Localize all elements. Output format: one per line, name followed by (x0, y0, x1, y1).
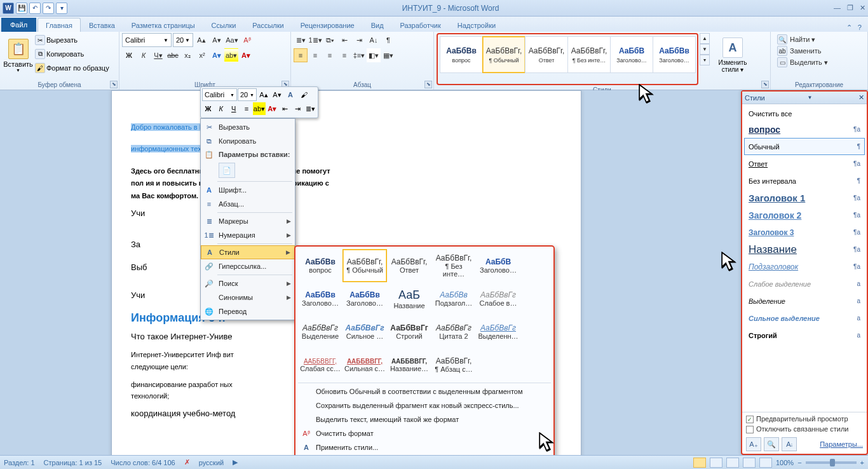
mini-indent-dec-button[interactable]: ⇤ (279, 102, 291, 115)
flyout-style-item[interactable]: АаБбВвГг,¶ Без инте… (431, 249, 476, 282)
style-inspector-button[interactable]: 🔍 (764, 437, 779, 451)
status-words[interactable]: Число слов: 6/4 106 (111, 459, 175, 466)
mini-underline-button[interactable]: Ч (227, 102, 240, 115)
flyout-style-item[interactable]: АаБбВвГг,¶ Обычный (342, 249, 387, 282)
pane-style-item[interactable]: Заголовок 1¶a (744, 189, 865, 207)
ctx-cut[interactable]: ✂Вырезать (201, 120, 295, 134)
status-macro-icon[interactable]: ▶ (233, 458, 238, 466)
flyout-apply[interactable]: AПрименить стили... (298, 440, 551, 454)
ctx-paste-opt-1[interactable]: 📄 (201, 161, 295, 180)
align-center-button[interactable]: ≡ (308, 48, 322, 62)
ribbon-help[interactable]: ⌃ ? (846, 24, 868, 32)
pane-clear-all[interactable]: Очистить все (744, 107, 865, 121)
superscript-button[interactable]: x² (195, 48, 209, 62)
flyout-style-item[interactable]: АаБбВвГгЦитата 2 (431, 315, 476, 348)
tab-refs[interactable]: Ссылки (203, 18, 245, 32)
style-gallery-item[interactable]: АаБбВЗаголово… (610, 36, 653, 73)
flyout-style-item[interactable]: АаБбВввопрос (298, 249, 342, 282)
tab-dev[interactable]: Разработчик (392, 18, 449, 32)
pane-style-item[interactable]: Подзаголовок¶a (744, 258, 865, 275)
qat-more-icon[interactable]: ▾ (56, 3, 67, 14)
paste-button[interactable]: 📋 Вставить ▼ (4, 34, 32, 76)
status-zoom[interactable]: 100% (776, 459, 794, 466)
style-gallery-item[interactable]: АаБбВввопрос (440, 36, 483, 73)
pane-style-item[interactable]: Без интервала¶ (744, 172, 865, 189)
mini-grow-icon[interactable]: A▴ (257, 88, 270, 101)
style-gallery-item[interactable]: АаБбВвГг,¶ Обычный (482, 36, 526, 73)
view-draft-button[interactable] (759, 458, 772, 468)
view-print-button[interactable] (693, 458, 706, 468)
pane-style-item[interactable]: Выделениеa (744, 292, 865, 309)
flyout-style-item[interactable]: АаБбВвГгВыделенн… (476, 315, 520, 348)
flyout-style-item[interactable]: ААББВВГГ,Сильная с… (342, 348, 387, 381)
gallery-dn-button[interactable]: ▼ (700, 44, 710, 55)
mini-styles-icon[interactable]: A (284, 88, 297, 101)
mini-bold-button[interactable]: Ж (202, 102, 214, 115)
ctx-para[interactable]: ≡Абзац... (201, 197, 295, 211)
line-spacing-button[interactable]: ‡≡▾ (352, 48, 366, 62)
preview-checkbox[interactable]: ✓Предварительный просмотр (746, 415, 863, 423)
numbering-button[interactable]: 1≣▾ (308, 33, 322, 47)
new-style-button[interactable]: A₊ (746, 437, 761, 451)
flyout-style-item[interactable]: АаБбВвГг,¶ Абзац с… (431, 348, 476, 381)
ctx-font[interactable]: AШрифт... (201, 183, 295, 197)
flyout-style-item[interactable]: АаБбВвГгСтрогий (387, 315, 431, 348)
tab-insert[interactable]: Вставка (81, 18, 123, 32)
multilist-button[interactable]: ⧉▾ (323, 33, 337, 47)
pane-close-button[interactable]: ✕ (858, 93, 864, 102)
select-button[interactable]: ▭Выделить ▾ (777, 57, 828, 67)
pane-style-item[interactable]: Сильное выделениеa (744, 309, 865, 327)
redo-icon[interactable]: ↷ (43, 3, 54, 14)
flyout-style-item[interactable]: АаБбВвПодзагол… (431, 282, 476, 315)
flyout-style-item[interactable]: АаБбВвГгСлабое в… (476, 282, 520, 315)
linked-checkbox[interactable]: Отключить связанные стили (746, 425, 863, 433)
mini-center-button[interactable]: ≡ (240, 102, 252, 115)
indent-inc-button[interactable]: ⇥ (352, 33, 366, 47)
tab-layout[interactable]: Разметка страницы (123, 18, 203, 32)
tab-addins[interactable]: Надстройки (449, 18, 504, 32)
pane-style-item[interactable]: Обычный¶ (744, 138, 865, 155)
flyout-style-item[interactable]: АаБбВвГгВыделение (298, 315, 342, 348)
align-right-button[interactable]: ≡ (323, 48, 337, 62)
flyout-style-item[interactable]: АаБНазвание (387, 282, 431, 315)
ctx-numbering[interactable]: 1≣Нумерация▶ (201, 228, 295, 242)
format-painter-button[interactable]: 🖌Формат по образцу (34, 61, 111, 75)
flyout-style-item[interactable]: ААББВВГГ,Название… (387, 348, 431, 381)
style-gallery-item[interactable]: АаБбВвГг,Ответ (525, 36, 568, 73)
font-color-button[interactable]: A▾ (239, 48, 253, 62)
underline-button[interactable]: Ч▾ (151, 48, 165, 62)
mini-bullets-button[interactable]: ≣▾ (304, 102, 316, 115)
text-effects-button[interactable]: A▾ (210, 48, 224, 62)
italic-button[interactable]: К (137, 48, 151, 62)
view-outline-button[interactable] (743, 458, 756, 468)
highlight-button[interactable]: ab▾ (224, 48, 238, 62)
change-styles-button[interactable]: A Изменить стили ▾ (714, 34, 752, 76)
word-icon[interactable]: W (3, 3, 14, 14)
mini-brush-icon[interactable]: 🖌 (297, 88, 310, 101)
style-gallery-item[interactable]: АаБбВвГг,¶ Без инте… (567, 36, 611, 73)
status-page[interactable]: Страница: 1 из 15 (44, 459, 102, 466)
flyout-style-item[interactable]: АаБбВвГг,Ответ (387, 249, 431, 282)
tab-view[interactable]: Вид (363, 18, 392, 32)
manage-styles-button[interactable]: Aᵢ (782, 437, 797, 451)
ctx-styles[interactable]: AСтили▶ (201, 245, 295, 259)
flyout-select[interactable]: Выделить текст, имеющий такой же формат (298, 412, 551, 426)
ctx-bullets[interactable]: ≣Маркеры▶ (201, 214, 295, 228)
grow-font-button[interactable]: A▴ (194, 33, 208, 47)
mini-font-name[interactable]: Calibri▼ (202, 88, 237, 101)
flyout-style-item[interactable]: АаБбВЗаголово… (476, 249, 520, 282)
flyout-clear[interactable]: AᵝОчистить формат (298, 426, 551, 440)
mini-font-size[interactable]: 20▼ (238, 88, 257, 101)
show-marks-button[interactable]: ¶ (381, 33, 395, 47)
styles-launcher[interactable]: ⬊ (761, 81, 769, 88)
find-button[interactable]: 🔍Найти ▾ (777, 34, 828, 44)
mini-color-button[interactable]: A▾ (266, 102, 278, 115)
flyout-style-item[interactable]: АаБбВвГгСильное … (342, 315, 387, 348)
strike-button[interactable]: abc (166, 48, 180, 62)
mini-indent-inc-button[interactable]: ⇥ (292, 102, 304, 115)
pane-style-item[interactable]: Название¶a (744, 241, 865, 258)
paragraph-launcher[interactable]: ⬊ (424, 81, 432, 88)
border-button[interactable]: ▦▾ (381, 48, 395, 62)
pane-style-item[interactable]: Строгийa (744, 327, 865, 344)
flyout-update[interactable]: Обновить Обычный в соответствии с выделе… (298, 384, 551, 398)
